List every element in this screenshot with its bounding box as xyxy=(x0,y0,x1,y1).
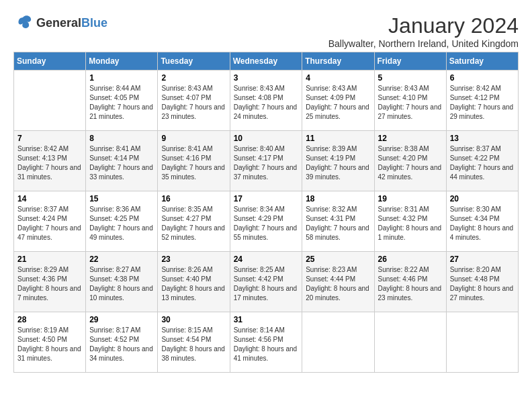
daylight-text: Daylight: 7 hours and 42 minutes. xyxy=(378,163,443,182)
day-number: 7 xyxy=(17,134,82,143)
sunrise-text: Sunrise: 8:39 AM xyxy=(306,144,370,154)
day-number: 30 xyxy=(161,315,226,324)
calendar-cell: 29 Sunrise: 8:17 AM Sunset: 4:52 PM Dayl… xyxy=(86,312,158,373)
calendar-cell: 19 Sunrise: 8:31 AM Sunset: 4:32 PM Dayl… xyxy=(374,191,446,252)
day-detail: Sunrise: 8:43 AM Sunset: 4:07 PM Dayligh… xyxy=(161,84,226,122)
calendar-cell: 26 Sunrise: 8:22 AM Sunset: 4:46 PM Dayl… xyxy=(374,252,446,312)
calendar-cell xyxy=(374,312,446,373)
sunrise-text: Sunrise: 8:17 AM xyxy=(89,326,154,335)
day-number: 19 xyxy=(378,194,443,203)
day-detail: Sunrise: 8:41 AM Sunset: 4:14 PM Dayligh… xyxy=(89,144,154,182)
sunset-text: Sunset: 4:40 PM xyxy=(161,275,226,284)
daylight-text: Daylight: 7 hours and 39 minutes. xyxy=(306,163,370,182)
sunset-text: Sunset: 4:44 PM xyxy=(306,275,370,284)
sunrise-text: Sunrise: 8:34 AM xyxy=(234,205,299,214)
logo: General Blue xyxy=(13,13,107,34)
sunrise-text: Sunrise: 8:22 AM xyxy=(378,265,443,275)
daylight-text: Daylight: 8 hours and 23 minutes. xyxy=(378,284,443,303)
sunrise-text: Sunrise: 8:44 AM xyxy=(89,84,154,93)
sunrise-text: Sunrise: 8:42 AM xyxy=(17,144,82,154)
daylight-text: Daylight: 7 hours and 29 minutes. xyxy=(450,103,515,122)
day-detail: Sunrise: 8:37 AM Sunset: 4:22 PM Dayligh… xyxy=(450,144,515,182)
calendar-cell: 10 Sunrise: 8:40 AM Sunset: 4:17 PM Dayl… xyxy=(230,131,302,191)
logo-icon xyxy=(13,13,34,34)
day-number: 21 xyxy=(17,255,82,264)
sunset-text: Sunset: 4:56 PM xyxy=(234,335,299,345)
daylight-text: Daylight: 7 hours and 47 minutes. xyxy=(17,224,82,242)
day-detail: Sunrise: 8:14 AM Sunset: 4:56 PM Dayligh… xyxy=(234,326,299,363)
day-detail: Sunrise: 8:42 AM Sunset: 4:12 PM Dayligh… xyxy=(450,84,515,122)
header-wednesday: Wednesday xyxy=(230,52,302,71)
day-number: 20 xyxy=(450,194,515,203)
sunrise-text: Sunrise: 8:35 AM xyxy=(161,205,226,214)
calendar-week-row: 14 Sunrise: 8:37 AM Sunset: 4:24 PM Dayl… xyxy=(14,191,519,252)
daylight-text: Daylight: 8 hours and 41 minutes. xyxy=(234,345,299,363)
calendar-week-row: 28 Sunrise: 8:19 AM Sunset: 4:50 PM Dayl… xyxy=(14,312,519,373)
sunset-text: Sunset: 4:36 PM xyxy=(17,275,82,284)
calendar-cell: 9 Sunrise: 8:41 AM Sunset: 4:16 PM Dayli… xyxy=(158,131,230,191)
sunrise-text: Sunrise: 8:37 AM xyxy=(450,144,515,154)
day-number: 13 xyxy=(450,134,515,143)
day-number: 17 xyxy=(234,194,299,203)
daylight-text: Daylight: 7 hours and 31 minutes. xyxy=(17,163,82,182)
sunrise-text: Sunrise: 8:27 AM xyxy=(89,265,154,275)
daylight-text: Daylight: 7 hours and 24 minutes. xyxy=(234,103,299,122)
calendar-cell: 17 Sunrise: 8:34 AM Sunset: 4:29 PM Dayl… xyxy=(230,191,302,252)
calendar-cell: 21 Sunrise: 8:29 AM Sunset: 4:36 PM Dayl… xyxy=(14,252,86,312)
calendar-week-row: 21 Sunrise: 8:29 AM Sunset: 4:36 PM Dayl… xyxy=(14,252,519,312)
day-detail: Sunrise: 8:22 AM Sunset: 4:46 PM Dayligh… xyxy=(378,265,443,303)
sunrise-text: Sunrise: 8:42 AM xyxy=(450,84,515,93)
title-area: January 2024 Ballywalter, Northern Irela… xyxy=(328,13,519,49)
day-number: 31 xyxy=(234,315,299,324)
day-detail: Sunrise: 8:42 AM Sunset: 4:13 PM Dayligh… xyxy=(17,144,82,182)
day-number: 15 xyxy=(89,194,154,203)
calendar-cell: 2 Sunrise: 8:43 AM Sunset: 4:07 PM Dayli… xyxy=(158,71,230,131)
sunset-text: Sunset: 4:13 PM xyxy=(17,154,82,163)
day-number: 23 xyxy=(161,255,226,264)
sunrise-text: Sunrise: 8:43 AM xyxy=(234,84,299,93)
day-detail: Sunrise: 8:34 AM Sunset: 4:29 PM Dayligh… xyxy=(234,205,299,242)
daylight-text: Daylight: 7 hours and 37 minutes. xyxy=(234,163,299,182)
sunrise-text: Sunrise: 8:26 AM xyxy=(161,265,226,275)
calendar-cell: 13 Sunrise: 8:37 AM Sunset: 4:22 PM Dayl… xyxy=(446,131,518,191)
calendar-cell: 1 Sunrise: 8:44 AM Sunset: 4:05 PM Dayli… xyxy=(86,71,158,131)
day-detail: Sunrise: 8:37 AM Sunset: 4:24 PM Dayligh… xyxy=(17,205,82,242)
calendar-cell: 11 Sunrise: 8:39 AM Sunset: 4:19 PM Dayl… xyxy=(302,131,374,191)
main-title: January 2024 xyxy=(328,13,519,38)
day-detail: Sunrise: 8:27 AM Sunset: 4:38 PM Dayligh… xyxy=(89,265,154,303)
day-number: 12 xyxy=(378,134,443,143)
calendar-cell: 22 Sunrise: 8:27 AM Sunset: 4:38 PM Dayl… xyxy=(86,252,158,312)
sunset-text: Sunset: 4:25 PM xyxy=(89,214,154,224)
sunset-text: Sunset: 4:27 PM xyxy=(161,214,226,224)
daylight-text: Daylight: 8 hours and 13 minutes. xyxy=(161,284,226,303)
sunset-text: Sunset: 4:14 PM xyxy=(89,154,154,163)
sunset-text: Sunset: 4:50 PM xyxy=(17,335,82,345)
daylight-text: Daylight: 8 hours and 31 minutes. xyxy=(17,345,82,363)
sunrise-text: Sunrise: 8:20 AM xyxy=(450,265,515,275)
sunset-text: Sunset: 4:34 PM xyxy=(450,214,515,224)
header: General Blue January 2024 Ballywalter, N… xyxy=(13,13,519,49)
calendar-cell: 5 Sunrise: 8:43 AM Sunset: 4:10 PM Dayli… xyxy=(374,71,446,131)
calendar-cell: 23 Sunrise: 8:26 AM Sunset: 4:40 PM Dayl… xyxy=(158,252,230,312)
sunrise-text: Sunrise: 8:14 AM xyxy=(234,326,299,335)
day-number: 25 xyxy=(306,255,370,264)
header-friday: Friday xyxy=(374,52,446,71)
daylight-text: Daylight: 8 hours and 10 minutes. xyxy=(89,284,154,303)
calendar-cell: 3 Sunrise: 8:43 AM Sunset: 4:08 PM Dayli… xyxy=(230,71,302,131)
sunset-text: Sunset: 4:05 PM xyxy=(89,93,154,103)
day-detail: Sunrise: 8:32 AM Sunset: 4:31 PM Dayligh… xyxy=(306,205,370,242)
header-thursday: Thursday xyxy=(302,52,374,71)
daylight-text: Daylight: 7 hours and 25 minutes. xyxy=(306,103,370,122)
calendar-cell: 16 Sunrise: 8:35 AM Sunset: 4:27 PM Dayl… xyxy=(158,191,230,252)
header-monday: Monday xyxy=(86,52,158,71)
sunset-text: Sunset: 4:12 PM xyxy=(450,93,515,103)
day-detail: Sunrise: 8:29 AM Sunset: 4:36 PM Dayligh… xyxy=(17,265,82,303)
sunrise-text: Sunrise: 8:23 AM xyxy=(306,265,370,275)
sunset-text: Sunset: 4:08 PM xyxy=(234,93,299,103)
day-number: 10 xyxy=(234,134,299,143)
day-detail: Sunrise: 8:23 AM Sunset: 4:44 PM Dayligh… xyxy=(306,265,370,303)
day-number: 26 xyxy=(378,255,443,264)
daylight-text: Daylight: 7 hours and 55 minutes. xyxy=(234,224,299,242)
day-number: 27 xyxy=(450,255,515,264)
sunrise-text: Sunrise: 8:31 AM xyxy=(378,205,443,214)
